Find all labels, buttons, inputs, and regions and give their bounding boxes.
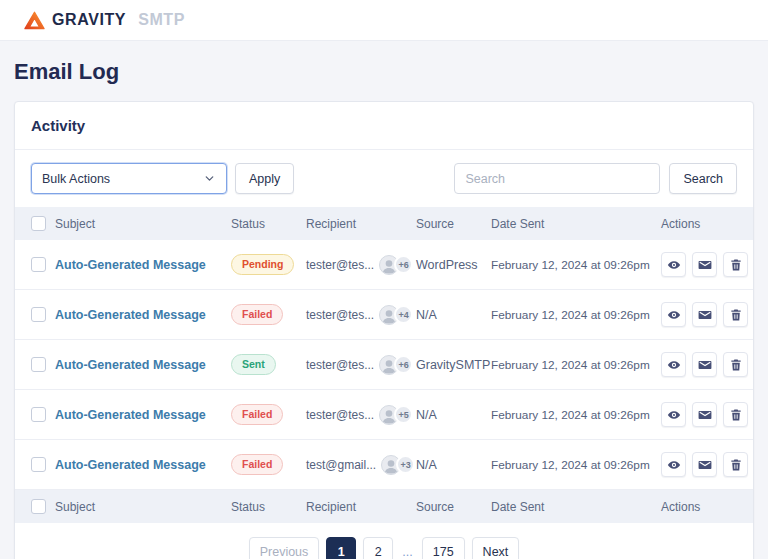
search-input[interactable]	[454, 163, 660, 194]
column-header: Status	[231, 217, 306, 231]
source-cell: N/A	[416, 458, 491, 472]
row-checkbox-cell	[15, 307, 55, 322]
view-button[interactable]	[661, 302, 686, 327]
source-cell: N/A	[416, 308, 491, 322]
search-group: Search	[454, 163, 737, 194]
gravity-smtp-logo: GRAVITY SMTP	[24, 11, 185, 30]
subject-link[interactable]: Auto-Generated Message	[55, 408, 206, 422]
envelope-icon	[698, 258, 712, 272]
column-header: Source	[416, 500, 491, 514]
view-button[interactable]	[661, 402, 686, 427]
resend-button[interactable]	[692, 302, 717, 327]
trash-icon	[729, 458, 743, 472]
delete-button[interactable]	[723, 452, 748, 477]
column-header: Recipient	[306, 217, 416, 231]
column-header: Status	[231, 500, 306, 514]
row-checkbox[interactable]	[31, 357, 46, 372]
page-button-2[interactable]: 2	[363, 537, 393, 559]
eye-icon	[667, 358, 681, 372]
source-cell: WordPress	[416, 258, 491, 272]
select-all-checkbox-top[interactable]	[31, 216, 46, 231]
column-header: Date Sent	[491, 500, 661, 514]
header-checkbox-cell	[15, 216, 55, 231]
view-button[interactable]	[661, 452, 686, 477]
status-badge: Failed	[231, 304, 283, 326]
subject-link[interactable]: Auto-Generated Message	[55, 458, 206, 472]
subject-link[interactable]: Auto-Generated Message	[55, 308, 206, 322]
page-button-175[interactable]: 175	[422, 537, 465, 559]
table-toolbar: Bulk Actions Apply Search	[15, 150, 753, 207]
row-checkbox[interactable]	[31, 257, 46, 272]
status-badge: Failed	[231, 404, 283, 426]
brand-name: GRAVITY	[52, 11, 126, 29]
view-button[interactable]	[661, 352, 686, 377]
eye-icon	[667, 408, 681, 422]
recipient-count-badge: +5	[394, 405, 413, 424]
column-header: Date Sent	[491, 217, 661, 231]
row-actions	[661, 302, 753, 327]
eye-icon	[667, 458, 681, 472]
row-checkbox-cell	[15, 407, 55, 422]
column-header: Subject	[55, 500, 231, 514]
row-checkbox-cell	[15, 257, 55, 272]
row-checkbox[interactable]	[31, 457, 46, 472]
envelope-icon	[698, 308, 712, 322]
date-sent-cell: February 12, 2024 at 09:26pm	[491, 308, 661, 322]
select-all-checkbox-bottom[interactable]	[31, 499, 46, 514]
recipient-email: tester@tes...	[306, 408, 374, 422]
previous-page-button: Previous	[249, 537, 320, 559]
recipient-count-badge: +6	[394, 355, 413, 374]
card-header: Activity	[15, 102, 753, 150]
delete-button[interactable]	[723, 252, 748, 277]
view-button[interactable]	[661, 252, 686, 277]
recipient-count-badge: +6	[394, 255, 413, 274]
search-button[interactable]: Search	[669, 163, 737, 194]
date-sent-cell: February 12, 2024 at 09:26pm	[491, 408, 661, 422]
email-log-table: SubjectStatusRecipientSourceDate SentAct…	[15, 207, 753, 559]
trash-icon	[729, 308, 743, 322]
next-page-button[interactable]: Next	[472, 537, 520, 559]
resend-button[interactable]	[692, 252, 717, 277]
column-header: Recipient	[306, 500, 416, 514]
row-checkbox-cell	[15, 357, 55, 372]
recipient-cell: tester@tes...+4	[306, 305, 416, 325]
trash-icon	[729, 258, 743, 272]
delete-button[interactable]	[723, 302, 748, 327]
trash-icon	[729, 408, 743, 422]
status-badge: Failed	[231, 454, 283, 476]
status-badge: Pending	[231, 254, 294, 276]
row-checkbox[interactable]	[31, 407, 46, 422]
recipient-cell: tester@tes...+5	[306, 405, 416, 425]
page-button-1[interactable]: 1	[326, 537, 356, 559]
header-checkbox-cell	[15, 499, 55, 514]
recipient-cell: tester@tes...+6	[306, 355, 416, 375]
row-actions	[661, 352, 753, 377]
date-sent-cell: February 12, 2024 at 09:26pm	[491, 358, 661, 372]
apply-button[interactable]: Apply	[235, 163, 294, 194]
activity-card: Activity Bulk Actions Apply Search Subje…	[14, 101, 754, 559]
resend-button[interactable]	[692, 452, 717, 477]
bulk-actions-value: Bulk Actions	[42, 172, 110, 186]
page-title: Email Log	[14, 59, 754, 85]
bulk-actions-select[interactable]: Bulk Actions	[31, 163, 227, 194]
envelope-icon	[698, 408, 712, 422]
pagination-ellipsis: ...	[400, 537, 414, 559]
resend-button[interactable]	[692, 352, 717, 377]
table-row: Auto-Generated MessagePendingtester@tes.…	[15, 240, 753, 290]
table-header-bottom: SubjectStatusRecipientSourceDate SentAct…	[15, 490, 753, 523]
delete-button[interactable]	[723, 402, 748, 427]
row-checkbox-cell	[15, 457, 55, 472]
subject-link[interactable]: Auto-Generated Message	[55, 258, 206, 272]
pagination: Previous12...175Next	[15, 523, 753, 559]
row-checkbox[interactable]	[31, 307, 46, 322]
top-bar: GRAVITY SMTP	[0, 0, 768, 40]
table-rows: Auto-Generated MessagePendingtester@tes.…	[15, 240, 753, 490]
resend-button[interactable]	[692, 402, 717, 427]
chevron-down-icon	[203, 172, 216, 185]
table-row: Auto-Generated MessageFailedtester@tes..…	[15, 290, 753, 340]
subject-link[interactable]: Auto-Generated Message	[55, 358, 206, 372]
row-actions	[661, 452, 753, 477]
delete-button[interactable]	[723, 352, 748, 377]
gravity-triangle-icon	[24, 11, 45, 30]
status-badge: Sent	[231, 354, 276, 376]
